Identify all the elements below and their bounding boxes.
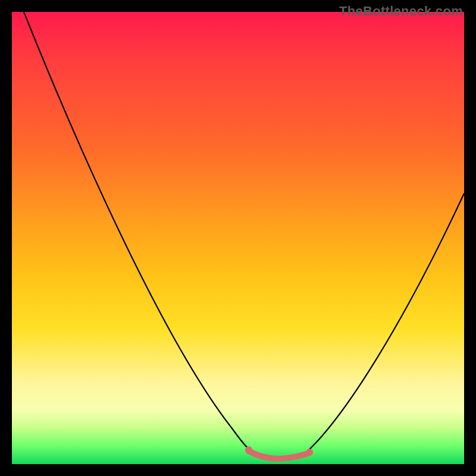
chart-frame: TheBottleneck.com bbox=[0, 0, 476, 476]
watermark-text: TheBottleneck.com bbox=[339, 4, 463, 19]
curve-path bbox=[24, 12, 464, 457]
bottleneck-curve bbox=[12, 12, 464, 464]
minimum-dot-left bbox=[245, 446, 252, 453]
plot-area bbox=[12, 12, 464, 464]
minimum-dot-right bbox=[306, 449, 313, 456]
minimum-band bbox=[249, 451, 308, 459]
